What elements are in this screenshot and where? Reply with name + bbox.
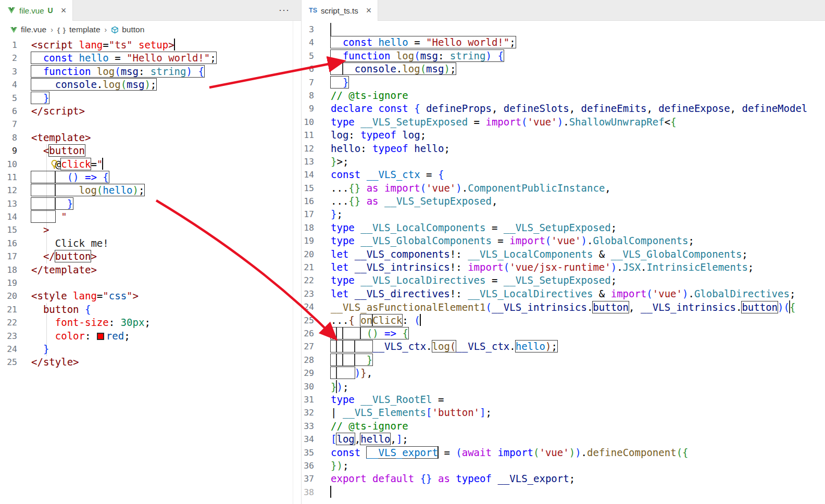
code-line[interactable]: 8// @ts-ignore <box>302 89 825 102</box>
code-line[interactable]: 24 } <box>0 343 301 356</box>
code-line[interactable]: 9 <button <box>0 144 301 157</box>
token: ; <box>402 433 408 445</box>
token: ( <box>545 235 551 246</box>
code-line[interactable]: 12hello: typeof hello; <box>302 142 825 155</box>
code-line[interactable]: 7 } <box>302 76 825 89</box>
token: ; <box>551 341 557 352</box>
code-line[interactable]: 33// @ts-ignore <box>302 420 825 433</box>
code-line[interactable]: 28 } <box>302 354 825 367</box>
token <box>355 222 360 233</box>
code-line[interactable]: 5 } <box>0 92 301 105</box>
close-icon[interactable]: × <box>366 6 372 15</box>
code-line[interactable]: 31type __VLS_RootEl = <box>302 393 825 406</box>
code-line[interactable]: 18type __VLS_LocalComponents = __VLS_Set… <box>302 221 825 234</box>
code-line[interactable]: 12 log(hello); <box>0 184 301 197</box>
code-line[interactable]: 38 <box>302 486 825 499</box>
code-line[interactable]: 11 () => { <box>0 171 301 184</box>
code-line[interactable]: 3 function log(msg: string) { <box>0 65 301 78</box>
code-text: <style lang="css"> <box>31 289 139 303</box>
left-editor[interactable]: 1<script lang="ts" setup>2 const hello =… <box>0 39 301 504</box>
code-line[interactable]: 17 </button> <box>0 250 301 263</box>
code-line[interactable]: 35const __VLS_export = (await import('vu… <box>302 446 825 459</box>
token: : <box>402 314 414 326</box>
code-line[interactable]: 15 > <box>0 223 301 236</box>
code-line[interactable]: 8<template> <box>0 131 301 144</box>
scrollbar-track[interactable] <box>293 21 293 504</box>
code-line[interactable]: 13}>; <box>302 155 825 168</box>
code-line[interactable]: 29 )}, <box>302 367 825 380</box>
code-line[interactable]: 10type __VLS_SetupExposed = import('vue'… <box>302 116 825 129</box>
code-line[interactable]: 34[log,hello,]; <box>302 433 825 446</box>
token: . <box>509 341 515 352</box>
code-line[interactable]: 9declare const { defineProps, defineSlot… <box>302 102 825 115</box>
breadcrumb-item-template[interactable]: { } template <box>57 25 101 34</box>
code-line[interactable]: 2 const hello = "Hello world!"; <box>0 52 301 65</box>
code-line[interactable]: 16 Click me! <box>0 237 301 250</box>
code-line[interactable]: 15...{} as import('vue').ComponentPublic… <box>302 182 825 195</box>
close-icon[interactable]: × <box>61 6 67 15</box>
token: { <box>682 447 688 458</box>
token: ) <box>545 341 551 352</box>
code-line[interactable]: 32| __VLS_Elements['button']; <box>302 406 825 419</box>
token: ) <box>611 261 617 273</box>
right-editor[interactable]: 34 const hello = "Hello world!";5 functi… <box>302 21 825 504</box>
code-line[interactable]: 19 <box>0 276 301 289</box>
code-line[interactable]: 22type __VLS_LocalDirectives = __VLS_Set… <box>302 274 825 287</box>
code-line[interactable]: 14const __VLS_ctx = { <box>302 168 825 181</box>
breadcrumb-item-file[interactable]: file.vue <box>10 25 46 34</box>
code-line[interactable]: 21let __VLS_intrinsics!: import('vue/jsx… <box>302 261 825 274</box>
code-line[interactable]: 22 font-size: 30px; <box>0 316 301 329</box>
code-line[interactable]: 20<style lang="css"> <box>0 289 301 303</box>
code-line[interactable]: 7 <box>0 118 301 131</box>
code-line[interactable]: 1<script lang="ts" setup> <box>0 39 301 52</box>
token: ) <box>682 288 688 299</box>
code-line[interactable]: 16...{} as __VLS_SetupExposed, <box>302 195 825 208</box>
code-line[interactable]: 24__VLS_asFunctionalElement1(__VLS_intri… <box>302 300 825 313</box>
code-line[interactable]: 18</template> <box>0 263 301 276</box>
code-line[interactable]: 10 @click=" <box>0 158 301 171</box>
code-line[interactable]: 37export default {} as typeof __VLS_expo… <box>302 472 825 485</box>
token <box>355 274 360 286</box>
code-line[interactable]: 6</script> <box>0 105 301 118</box>
code-line[interactable]: 19type __VLS_GlobalComponents = import('… <box>302 234 825 247</box>
token: defineSlots <box>504 103 569 114</box>
token: ) <box>569 447 575 458</box>
code-line[interactable]: 3 <box>302 23 825 36</box>
line-number: 21 <box>0 303 31 316</box>
code-line[interactable]: 21 button { <box>0 303 301 316</box>
code-line[interactable]: 25...{ onClick: ( <box>302 314 825 327</box>
code-line[interactable]: 4 console.log(msg); <box>0 78 301 91</box>
code-line[interactable]: 14 " <box>0 210 301 223</box>
token: typeof <box>456 473 492 484</box>
token: <style <box>31 290 67 301</box>
more-actions-button[interactable]: ··· <box>267 5 301 16</box>
code-line[interactable]: 27 __VLS_ctx.log(__VLS_ctx.hello); <box>302 340 825 353</box>
mapping-edge <box>330 23 331 36</box>
breadcrumb-item-button[interactable]: button <box>111 25 144 34</box>
token: = <box>492 235 509 246</box>
token: . <box>736 301 742 313</box>
token: : <box>109 317 121 328</box>
code-line[interactable]: 5 function log(msg: string) { <box>302 49 825 62</box>
code-line[interactable]: 6 console.log(msg); <box>302 62 825 75</box>
token <box>348 261 354 273</box>
code-line[interactable]: 11log: typeof log; <box>302 129 825 142</box>
lightbulb-icon[interactable] <box>49 159 59 169</box>
code-line[interactable]: 30}); <box>302 380 825 393</box>
code-text: console.log(msg); <box>31 78 156 91</box>
code-line[interactable]: 25</style> <box>0 356 301 369</box>
code-line[interactable]: 23let __VLS_directives!: __VLS_LocalDire… <box>302 287 825 300</box>
code-line[interactable]: 36}); <box>302 459 825 472</box>
right-editor-pane: TS script_ts.ts × 34 const hello = "Hell… <box>301 0 825 504</box>
code-line[interactable]: 23 color: red; <box>0 330 301 343</box>
code-line[interactable]: 26 () => { <box>302 327 825 340</box>
tab-script-ts[interactable]: TS script_ts.ts × <box>302 0 378 21</box>
tab-file-vue[interactable]: file.vue U × <box>0 0 73 21</box>
code-line[interactable]: 20let __VLS_components!: __VLS_LocalComp… <box>302 248 825 261</box>
token <box>55 184 79 196</box>
code-line[interactable]: 17}; <box>302 208 825 221</box>
code-line[interactable]: 13 } <box>0 197 301 210</box>
code-line[interactable]: 4 const hello = "Hello world!"; <box>302 36 825 49</box>
token: defineEmits <box>581 103 647 114</box>
token <box>336 367 354 379</box>
